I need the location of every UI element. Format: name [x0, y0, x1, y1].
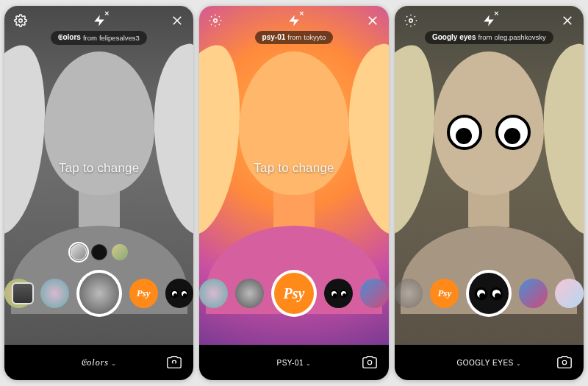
- variant-option-3[interactable]: [112, 244, 128, 260]
- close-icon[interactable]: [170, 13, 184, 28]
- chevron-down-icon: ⌄: [111, 360, 117, 367]
- top-bar: ✕: [395, 6, 584, 31]
- chevron-down-icon: ⌄: [306, 360, 312, 367]
- camera-flip-icon[interactable]: [554, 354, 575, 371]
- camera-viewport: ✕ psy-01 from tokyyto Tap to change Psy: [199, 6, 388, 345]
- from-label: from: [478, 33, 492, 41]
- top-bar: ✕: [199, 6, 388, 31]
- bottom-bar: PSY-01⌄: [199, 345, 388, 380]
- settings-icon[interactable]: [404, 13, 418, 28]
- top-bar: ✕: [4, 6, 193, 31]
- close-icon[interactable]: [365, 13, 380, 28]
- filter-variant-row: [71, 244, 128, 260]
- flash-off-icon[interactable]: ✕: [287, 13, 301, 28]
- variant-option-2[interactable]: [91, 244, 107, 260]
- effect-carousel[interactable]: Psy: [199, 270, 388, 317]
- shutter-button[interactable]: [466, 270, 512, 317]
- story-camera-screen-2: ✕ psy-01 from tokyyto Tap to change Psy: [199, 6, 388, 380]
- effect-thumb[interactable]: [40, 279, 69, 308]
- bottom-bar: GOOGLY EYES⌄: [395, 345, 584, 380]
- effect-thumb[interactable]: [235, 279, 264, 308]
- filter-name: psy-01: [262, 33, 286, 41]
- gallery-thumbnail[interactable]: [12, 282, 34, 304]
- filter-author: felipesalves3: [99, 34, 140, 42]
- filter-attribution-pill[interactable]: psy-01 from tokyyto: [255, 31, 334, 44]
- tap-to-change-hint[interactable]: Tap to change: [254, 161, 334, 176]
- effect-thumb[interactable]: [199, 279, 228, 308]
- effect-thumb-psy[interactable]: Psy: [129, 279, 158, 308]
- bottom-bar: 𝔈olors⌄: [4, 345, 193, 380]
- googly-eyes-overlay: [447, 115, 531, 150]
- current-effect-name[interactable]: GOOGLY EYES⌄: [424, 359, 554, 367]
- story-camera-screen-1: ✕ 𝔈olors from felipesalves3 Tap to chang…: [4, 6, 193, 380]
- flash-off-icon[interactable]: ✕: [92, 13, 107, 28]
- filter-attribution-pill[interactable]: Googly eyes from oleg.pashkovsky: [425, 31, 553, 44]
- effect-thumb[interactable]: [360, 279, 389, 308]
- variant-option-1[interactable]: [71, 244, 87, 260]
- svg-marker-1: [94, 15, 104, 26]
- effect-carousel[interactable]: Psy: [395, 270, 584, 317]
- svg-point-4: [214, 19, 218, 23]
- effect-thumb-googly[interactable]: [165, 279, 194, 308]
- camera-flip-icon[interactable]: [164, 354, 184, 371]
- svg-marker-9: [484, 15, 495, 26]
- chevron-down-icon: ⌄: [516, 360, 522, 367]
- camera-flip-icon[interactable]: [359, 354, 380, 371]
- googly-eye-left: [447, 115, 482, 150]
- filter-author: oleg.pashkovsky: [494, 33, 545, 41]
- tap-to-change-hint[interactable]: Tap to change: [59, 161, 139, 176]
- svg-marker-5: [289, 15, 299, 26]
- filter-attribution-pill[interactable]: 𝔈olors from felipesalves3: [51, 31, 146, 45]
- settings-icon[interactable]: [208, 13, 223, 28]
- shutter-button[interactable]: [76, 270, 122, 317]
- from-label: from: [287, 33, 301, 41]
- from-label: from: [83, 34, 97, 42]
- effect-thumb[interactable]: [555, 279, 584, 308]
- close-icon[interactable]: [560, 13, 575, 28]
- filter-name: Googly eyes: [432, 33, 476, 41]
- svg-point-8: [409, 19, 412, 23]
- current-effect-name[interactable]: 𝔈olors⌄: [34, 357, 164, 368]
- svg-point-0: [19, 19, 23, 23]
- story-camera-screen-3: ✕ Googly eyes from oleg.pashkovsky Psy G: [395, 6, 584, 380]
- filter-author: tokyyto: [304, 33, 326, 41]
- effect-thumb-googly[interactable]: [324, 279, 353, 308]
- flash-off-icon[interactable]: ✕: [481, 13, 496, 28]
- effect-thumb-psy[interactable]: Psy: [430, 279, 459, 308]
- svg-point-12: [562, 360, 567, 365]
- shutter-button[interactable]: Psy: [271, 270, 317, 317]
- camera-viewport: ✕ 𝔈olors from felipesalves3 Tap to chang…: [4, 6, 193, 345]
- camera-viewport: ✕ Googly eyes from oleg.pashkovsky Psy: [395, 6, 584, 345]
- filter-name: 𝔈olors: [58, 33, 80, 42]
- effect-carousel[interactable]: Psy: [4, 270, 193, 317]
- googly-eye-right: [495, 115, 531, 150]
- settings-icon[interactable]: [13, 13, 28, 28]
- effect-thumb[interactable]: [519, 279, 548, 308]
- effect-thumb[interactable]: [395, 279, 423, 308]
- current-effect-name[interactable]: PSY-01⌄: [229, 359, 359, 367]
